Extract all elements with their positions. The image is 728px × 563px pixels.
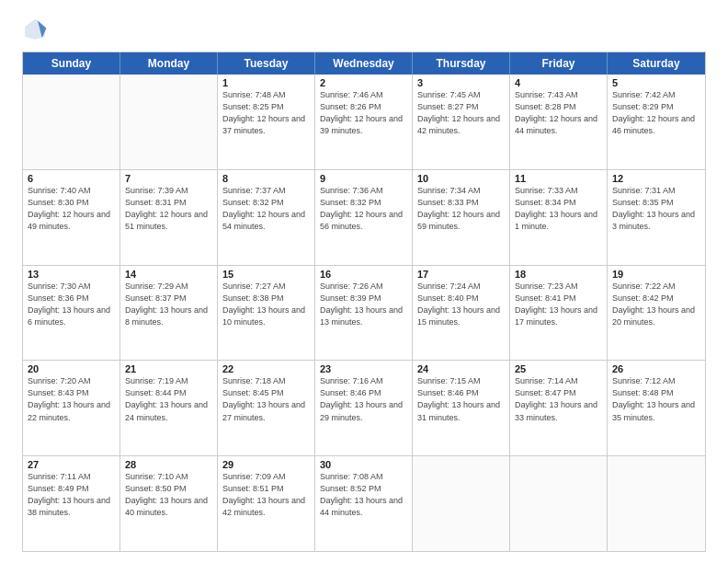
sun-info: Sunrise: 7:18 AMSunset: 8:45 PMDaylight:… (222, 375, 310, 423)
day-number: 28 (125, 459, 212, 470)
sun-info: Sunrise: 7:37 AMSunset: 8:32 PMDaylight:… (222, 185, 310, 233)
day-number: 8 (222, 173, 310, 184)
day-number: 13 (28, 269, 115, 280)
sun-info: Sunrise: 7:48 AMSunset: 8:25 PMDaylight:… (222, 89, 310, 137)
calendar-cell: 21Sunrise: 7:19 AMSunset: 8:44 PMDayligh… (120, 361, 218, 455)
calendar-cell: 6Sunrise: 7:40 AMSunset: 8:30 PMDaylight… (23, 170, 120, 265)
sun-info: Sunrise: 7:33 AMSunset: 8:34 PMDaylight:… (515, 185, 602, 233)
calendar-cell: 10Sunrise: 7:34 AMSunset: 8:33 PMDayligh… (413, 170, 510, 265)
header-day-sunday: Sunday (23, 52, 120, 75)
calendar-cell: 11Sunrise: 7:33 AMSunset: 8:34 PMDayligh… (510, 170, 608, 265)
sun-info: Sunrise: 7:30 AMSunset: 8:36 PMDaylight:… (28, 281, 115, 328)
day-number: 21 (125, 363, 212, 374)
day-number: 25 (515, 363, 602, 374)
calendar-cell: 7Sunrise: 7:39 AMSunset: 8:31 PMDaylight… (120, 170, 218, 265)
day-number: 5 (612, 77, 700, 88)
day-number: 10 (417, 173, 505, 184)
day-number: 29 (222, 459, 310, 470)
header-day-saturday: Saturday (608, 52, 705, 75)
sun-info: Sunrise: 7:20 AMSunset: 8:43 PMDaylight:… (28, 375, 115, 423)
sun-info: Sunrise: 7:19 AMSunset: 8:44 PMDaylight:… (125, 375, 212, 423)
day-number: 9 (320, 173, 407, 184)
sun-info: Sunrise: 7:09 AMSunset: 8:51 PMDaylight:… (222, 471, 310, 519)
sun-info: Sunrise: 7:10 AMSunset: 8:50 PMDaylight:… (125, 471, 212, 519)
calendar-cell (510, 456, 608, 551)
day-number: 22 (222, 363, 310, 374)
calendar-cell: 9Sunrise: 7:36 AMSunset: 8:32 PMDaylight… (315, 170, 413, 265)
calendar-cell: 25Sunrise: 7:14 AMSunset: 8:47 PMDayligh… (510, 361, 608, 455)
day-number: 16 (320, 269, 407, 280)
calendar-week-2: 6Sunrise: 7:40 AMSunset: 8:30 PMDaylight… (23, 170, 705, 266)
sun-info: Sunrise: 7:08 AMSunset: 8:52 PMDaylight:… (320, 471, 407, 519)
day-number: 4 (515, 77, 602, 88)
calendar-cell: 24Sunrise: 7:15 AMSunset: 8:46 PMDayligh… (413, 361, 510, 455)
calendar-cell: 20Sunrise: 7:20 AMSunset: 8:43 PMDayligh… (23, 361, 120, 455)
calendar-cell (413, 456, 510, 551)
calendar-week-5: 27Sunrise: 7:11 AMSunset: 8:49 PMDayligh… (23, 456, 705, 551)
day-number: 3 (417, 77, 505, 88)
day-number: 27 (28, 459, 115, 470)
sun-info: Sunrise: 7:29 AMSunset: 8:37 PMDaylight:… (125, 281, 212, 328)
header-day-wednesday: Wednesday (315, 52, 413, 75)
calendar-cell: 30Sunrise: 7:08 AMSunset: 8:52 PMDayligh… (315, 456, 413, 551)
day-number: 19 (612, 269, 700, 280)
logo-icon (22, 17, 48, 42)
day-number: 23 (320, 363, 407, 374)
calendar-cell: 29Sunrise: 7:09 AMSunset: 8:51 PMDayligh… (218, 456, 315, 551)
calendar-cell: 15Sunrise: 7:27 AMSunset: 8:38 PMDayligh… (218, 266, 315, 361)
sun-info: Sunrise: 7:11 AMSunset: 8:49 PMDaylight:… (28, 471, 115, 519)
calendar-cell (608, 456, 705, 551)
day-number: 2 (320, 77, 407, 88)
day-number: 7 (125, 173, 212, 184)
day-number: 30 (320, 459, 407, 470)
calendar-week-3: 13Sunrise: 7:30 AMSunset: 8:36 PMDayligh… (23, 266, 705, 362)
day-number: 24 (417, 363, 505, 374)
calendar-week-4: 20Sunrise: 7:20 AMSunset: 8:43 PMDayligh… (23, 361, 705, 456)
calendar-cell: 22Sunrise: 7:18 AMSunset: 8:45 PMDayligh… (218, 361, 315, 455)
sun-info: Sunrise: 7:14 AMSunset: 8:47 PMDaylight:… (515, 375, 602, 423)
calendar-cell: 26Sunrise: 7:12 AMSunset: 8:48 PMDayligh… (608, 361, 705, 455)
calendar: SundayMondayTuesdayWednesdayThursdayFrid… (22, 52, 706, 552)
header-day-friday: Friday (510, 52, 608, 75)
header-day-thursday: Thursday (413, 52, 510, 75)
calendar-cell: 28Sunrise: 7:10 AMSunset: 8:50 PMDayligh… (120, 456, 218, 551)
sun-info: Sunrise: 7:15 AMSunset: 8:46 PMDaylight:… (417, 375, 505, 423)
calendar-cell: 1Sunrise: 7:48 AMSunset: 8:25 PMDaylight… (218, 75, 315, 169)
calendar-cell: 3Sunrise: 7:45 AMSunset: 8:27 PMDaylight… (413, 75, 510, 169)
sun-info: Sunrise: 7:36 AMSunset: 8:32 PMDaylight:… (320, 185, 407, 233)
calendar-cell: 14Sunrise: 7:29 AMSunset: 8:37 PMDayligh… (120, 266, 218, 361)
logo (22, 17, 51, 42)
sun-info: Sunrise: 7:34 AMSunset: 8:33 PMDaylight:… (417, 185, 505, 233)
sun-info: Sunrise: 7:46 AMSunset: 8:26 PMDaylight:… (320, 89, 407, 137)
sun-info: Sunrise: 7:16 AMSunset: 8:46 PMDaylight:… (320, 375, 407, 423)
calendar-cell: 16Sunrise: 7:26 AMSunset: 8:39 PMDayligh… (315, 266, 413, 361)
calendar-cell: 5Sunrise: 7:42 AMSunset: 8:29 PMDaylight… (608, 75, 705, 169)
calendar-cell: 13Sunrise: 7:30 AMSunset: 8:36 PMDayligh… (23, 266, 120, 361)
calendar-cell: 2Sunrise: 7:46 AMSunset: 8:26 PMDaylight… (315, 75, 413, 169)
day-number: 20 (28, 363, 115, 374)
day-number: 26 (612, 363, 700, 374)
calendar-header: SundayMondayTuesdayWednesdayThursdayFrid… (23, 52, 705, 75)
calendar-week-1: 1Sunrise: 7:48 AMSunset: 8:25 PMDaylight… (23, 75, 705, 170)
header (22, 17, 706, 42)
header-day-monday: Monday (120, 52, 218, 75)
calendar-cell (23, 75, 120, 169)
calendar-cell: 23Sunrise: 7:16 AMSunset: 8:46 PMDayligh… (315, 361, 413, 455)
sun-info: Sunrise: 7:31 AMSunset: 8:35 PMDaylight:… (612, 185, 700, 233)
day-number: 15 (222, 269, 310, 280)
calendar-cell: 8Sunrise: 7:37 AMSunset: 8:32 PMDaylight… (218, 170, 315, 265)
sun-info: Sunrise: 7:45 AMSunset: 8:27 PMDaylight:… (417, 89, 505, 137)
sun-info: Sunrise: 7:12 AMSunset: 8:48 PMDaylight:… (612, 375, 700, 423)
sun-info: Sunrise: 7:40 AMSunset: 8:30 PMDaylight:… (28, 185, 115, 233)
calendar-cell: 12Sunrise: 7:31 AMSunset: 8:35 PMDayligh… (608, 170, 705, 265)
day-number: 18 (515, 269, 602, 280)
sun-info: Sunrise: 7:27 AMSunset: 8:38 PMDaylight:… (222, 281, 310, 328)
calendar-cell (120, 75, 218, 169)
calendar-cell: 4Sunrise: 7:43 AMSunset: 8:28 PMDaylight… (510, 75, 608, 169)
calendar-body: 1Sunrise: 7:48 AMSunset: 8:25 PMDaylight… (23, 75, 705, 551)
day-number: 1 (222, 77, 310, 88)
calendar-cell: 27Sunrise: 7:11 AMSunset: 8:49 PMDayligh… (23, 456, 120, 551)
sun-info: Sunrise: 7:39 AMSunset: 8:31 PMDaylight:… (125, 185, 212, 233)
calendar-cell: 17Sunrise: 7:24 AMSunset: 8:40 PMDayligh… (413, 266, 510, 361)
day-number: 11 (515, 173, 602, 184)
